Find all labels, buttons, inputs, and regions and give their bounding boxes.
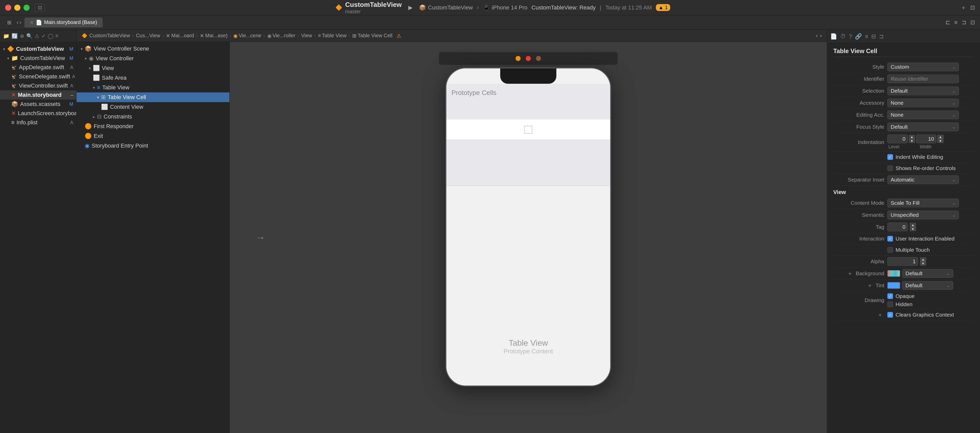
tag-input[interactable]: 0	[887, 223, 908, 231]
sidebar-toggle[interactable]: ⊡	[35, 4, 45, 11]
warning-badge[interactable]: ▲ 1	[656, 4, 670, 11]
grid-view-btn[interactable]: ⊞	[5, 18, 14, 27]
tint-color-swatch[interactable]	[887, 282, 900, 289]
width-stepper-up[interactable]: ▲	[937, 135, 943, 139]
main-storyboard-tab[interactable]: ✕ 📄 Main.storyboard (Base)	[24, 18, 103, 27]
file-inspector-icon[interactable]: 📄	[830, 33, 837, 40]
scene-item-vc[interactable]: ▾ ◉ View Controller	[76, 54, 229, 63]
tag-stepper-down[interactable]: ▼	[910, 227, 916, 231]
background-color-swatch[interactable]	[887, 270, 900, 277]
report-icon[interactable]: ≡	[56, 33, 59, 39]
maximize-button[interactable]	[24, 5, 30, 11]
bc-vieroller[interactable]: ◉Vie...roller	[267, 33, 296, 39]
scene-item-view[interactable]: ▾ ⬜ View	[76, 63, 229, 73]
main-storyboard-item[interactable]: ✕ Main.storyboard –	[0, 91, 76, 100]
warning-icon[interactable]: ⚠	[35, 33, 39, 39]
info-plist-item[interactable]: ≡ Info.plist A	[0, 118, 76, 127]
hidden-checkbox[interactable]	[887, 301, 893, 307]
clears-graphics-checkbox[interactable]	[887, 312, 893, 318]
identity-inspector-icon[interactable]: 🔗	[855, 33, 862, 40]
inspector-toggle[interactable]: ⊐	[962, 19, 966, 26]
indentation-width-input[interactable]: 10	[916, 135, 936, 143]
view-controller-item[interactable]: 🦅 ViewController.swift A	[0, 81, 76, 91]
level-stepper-up[interactable]: ▲	[909, 135, 915, 139]
alpha-input[interactable]: 1	[887, 257, 918, 266]
help-icon[interactable]: ?	[849, 33, 852, 40]
tag-stepper-up[interactable]: ▲	[910, 223, 916, 227]
main-layout: 📁 🔄 ⊕ 🔍 ⚠ ✓ ◯ ≡ ▾ 🔶 CustomTableView M ▾ …	[0, 30, 980, 433]
scene-item-vc-scene[interactable]: ▾ 📦 View Controller Scene	[76, 44, 229, 54]
add-editor-icon[interactable]: ⊡	[970, 19, 975, 26]
minimize-button[interactable]	[14, 5, 21, 11]
launch-screen-item[interactable]: ✕ LaunchScreen.storyboard A	[0, 109, 76, 118]
quick-help-icon[interactable]: ⏱	[840, 33, 846, 40]
tab-close-icon[interactable]: ✕	[30, 20, 34, 25]
separator-inset-dropdown[interactable]: Automatic ⌄	[887, 175, 959, 184]
debug-icon[interactable]: ◯	[48, 33, 53, 39]
bc-maiboard[interactable]: ✕Mai...oard	[166, 33, 194, 39]
assets-item[interactable]: 📦 Assets.xcassets M	[0, 100, 76, 109]
tint-dropdown[interactable]: Default ⌄	[902, 281, 953, 290]
background-plus-icon[interactable]: ＋	[847, 271, 853, 276]
bc-back[interactable]: ‹	[816, 32, 818, 39]
project-root-item[interactable]: ▾ 🔶 CustomTableView M	[0, 45, 76, 54]
bc-maibase[interactable]: ✕Mai...ase)	[200, 33, 228, 39]
focus-style-dropdown[interactable]: Default ⌄	[887, 123, 959, 131]
shows-reorder-checkbox[interactable]	[887, 166, 893, 171]
find-icon[interactable]: 🔍	[26, 33, 33, 39]
scene-delegate-item[interactable]: 🦅 SceneDelegate.swift A	[0, 72, 76, 81]
folder-icon[interactable]: 📁	[3, 33, 10, 39]
symbol-icon[interactable]: ⊕	[20, 33, 24, 39]
selection-dropdown[interactable]: Default ⌄	[887, 86, 959, 95]
scene-item-first-responder[interactable]: 🟠 First Responder	[76, 121, 229, 131]
user-interaction-checkbox[interactable]	[887, 236, 893, 242]
connections-inspector-icon[interactable]: ⊐	[879, 33, 883, 40]
app-delegate-item[interactable]: 🦅 AppDelegate.swift A	[0, 63, 76, 72]
multiple-touch-checkbox[interactable]	[887, 247, 893, 253]
scene-item-table-view[interactable]: ▾ ≡ Table View	[76, 83, 229, 92]
bc-project[interactable]: CustomTableView	[89, 33, 130, 38]
source-ctrl-icon[interactable]: 🔄	[11, 33, 18, 39]
background-dropdown[interactable]: Default ⌄	[902, 269, 953, 278]
scene-item-constraints[interactable]: ▸ ⊟ Constraints	[76, 112, 229, 121]
group-item[interactable]: ▾ 📁 CustomTableView M	[0, 54, 76, 63]
clears-plus-icon[interactable]: ＋	[877, 312, 883, 318]
bc-tableview[interactable]: ≡Table View	[318, 33, 347, 38]
scene-item-safe-area[interactable]: ⬜ Safe Area	[76, 73, 229, 83]
alpha-stepper-up[interactable]: ▲	[920, 257, 926, 261]
close-button[interactable]	[5, 5, 11, 11]
identifier-input[interactable]: Reuse Identifier	[887, 75, 959, 83]
opaque-checkbox[interactable]	[887, 293, 893, 299]
accessory-dropdown[interactable]: None ⌄	[887, 99, 959, 107]
scene-item-entry-point[interactable]: ◉ Storyboard Entry Point	[76, 141, 229, 151]
test-icon[interactable]: ✓	[41, 33, 46, 39]
alpha-stepper-down[interactable]: ▼	[920, 261, 926, 266]
canvas-area[interactable]: → Prototype Cells	[230, 42, 827, 433]
adjust-icon[interactable]: ⊏	[945, 19, 950, 26]
level-stepper-down[interactable]: ▼	[909, 139, 915, 143]
size-inspector-icon[interactable]: ⊟	[871, 33, 876, 40]
bc-view[interactable]: View	[301, 33, 312, 38]
content-mode-dropdown[interactable]: Scale To Fill ⌄	[887, 199, 959, 207]
style-dropdown[interactable]: Custom ⌄	[887, 62, 959, 71]
semantic-dropdown[interactable]: Unspecified ⌄	[887, 211, 959, 219]
bc-tableviewcell[interactable]: ⊞Table View Cell	[352, 33, 392, 39]
back-btn[interactable]: ‹	[17, 19, 18, 26]
window-icon[interactable]: ⊡	[970, 4, 975, 11]
list-icon[interactable]: ≡	[954, 19, 958, 26]
scene-item-exit[interactable]: 🟠 Exit	[76, 131, 229, 141]
scene-item-content-view[interactable]: ⬜ Content View	[76, 102, 229, 112]
forward-btn[interactable]: ›	[19, 19, 21, 26]
indentation-level-input[interactable]: 0	[887, 135, 908, 143]
bc-viecene[interactable]: ◉Vie...cene	[233, 33, 261, 39]
scene-item-table-view-cell[interactable]: ▾ ⊞ Table View Cell	[76, 92, 229, 102]
width-stepper-down[interactable]: ▼	[937, 139, 943, 143]
indent-while-editing-checkbox[interactable]	[887, 154, 893, 160]
bc-fwd[interactable]: ›	[820, 32, 822, 39]
run-button[interactable]: ▶	[406, 3, 415, 12]
add-icon[interactable]: ＋	[961, 4, 966, 11]
tint-plus-icon[interactable]: ＋	[867, 282, 873, 288]
attributes-inspector-icon[interactable]: ≡	[865, 33, 868, 40]
bc-cusview[interactable]: Cus...View	[136, 33, 160, 38]
editing-acc-dropdown[interactable]: None ⌄	[887, 111, 959, 119]
